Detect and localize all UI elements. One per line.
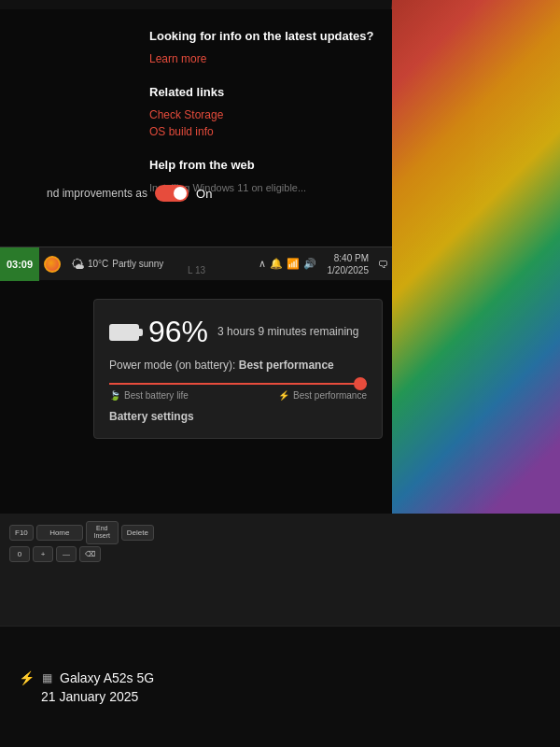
power-mode-value: Best performance — [239, 359, 334, 372]
key-end-insert[interactable]: EndInsert — [86, 521, 119, 544]
keyboard-area: F10 Home EndInsert Delete 0 + — ⌫ — [0, 514, 560, 626]
chevron-up-icon[interactable]: ∧ — [259, 258, 266, 270]
bolt-icon: ⚡ — [278, 390, 289, 401]
best-battery-label: Best battery life — [124, 390, 189, 401]
check-storage-link[interactable]: Check Storage — [149, 108, 392, 121]
system-tray: ∧ 🔔 📶 🔊 — [253, 258, 322, 270]
bluetooth-icon: ⚡ — [19, 670, 35, 685]
help-web-title: Help from the web — [149, 157, 392, 174]
notification-icon[interactable]: 🔔 — [270, 258, 283, 270]
battery-time-remaining: 3 hours 9 minutes remaining — [217, 324, 358, 340]
laptop-screen: Looking for info on the latest updates? … — [0, 9, 392, 514]
zune-icon — [44, 256, 61, 273]
start-button[interactable]: 03:09 — [0, 247, 39, 281]
network-icon[interactable]: 📶 — [287, 258, 300, 270]
slider-thumb[interactable] — [354, 377, 367, 390]
key-plus[interactable]: + — [33, 546, 53, 562]
power-mode-label: Power mode (on battery): — [109, 359, 235, 372]
slider-labels: 🍃 Best battery life ⚡ Best performance — [109, 390, 367, 401]
toggle-row: nd improvements as On — [47, 185, 212, 202]
key-backspace[interactable]: ⌫ — [79, 546, 101, 562]
laptop-model-label: L 13 — [188, 265, 205, 275]
clock-time: 8:40 PM — [328, 252, 370, 264]
key-home[interactable]: Home — [36, 525, 83, 541]
power-slider-container[interactable]: 🍃 Best battery life ⚡ Best performance — [109, 383, 367, 401]
volume-icon[interactable]: 🔊 — [303, 258, 316, 270]
phone-date: 21 January 2025 — [19, 689, 541, 704]
fabric-decoration — [373, 0, 560, 514]
battery-icon — [109, 324, 139, 341]
key-minus[interactable]: — — [56, 546, 77, 562]
toggle-knob — [174, 187, 187, 200]
slider-label-right: ⚡ Best performance — [278, 390, 367, 401]
phone-status-bar: ⚡ ▦ Galaxy A52s 5G 21 January 2025 — [0, 626, 560, 747]
slider-label-left: 🍃 Best battery life — [109, 390, 189, 401]
battery-percentage: 96% — [148, 315, 208, 349]
key-f10[interactable]: F10 — [9, 525, 34, 541]
clock-date: 1/20/2025 — [328, 264, 370, 276]
keyboard-row-1: F10 Home EndInsert Delete — [9, 521, 551, 544]
toggle-label: nd improvements as — [47, 187, 147, 200]
battery-header: 96% 3 hours 9 minutes remaining — [109, 315, 367, 349]
action-center-button[interactable]: 🗨 — [374, 259, 392, 270]
power-mode-text: Power mode (on battery): Best performanc… — [109, 359, 367, 372]
os-build-info-link[interactable]: OS build info — [149, 125, 392, 138]
key-delete[interactable]: Delete — [121, 525, 154, 541]
related-links-title: Related links — [149, 84, 392, 101]
updates-title: Looking for info on the latest updates? — [149, 28, 392, 45]
zune-button[interactable] — [39, 247, 65, 281]
improvements-toggle[interactable] — [155, 185, 189, 202]
weather-widget[interactable]: 🌤 10°C Partly sunny — [65, 257, 169, 272]
battery-settings-link[interactable]: Battery settings — [109, 410, 367, 423]
related-links-section: Related links Check Storage OS build inf… — [149, 84, 392, 138]
sim-card-icon: ▦ — [42, 671, 52, 684]
updates-section: Looking for info on the latest updates? … — [149, 28, 392, 65]
weather-icon: 🌤 — [71, 257, 84, 272]
learn-more-link[interactable]: Learn more — [149, 52, 392, 65]
keyboard-row-2: 0 + — ⌫ — [9, 546, 551, 562]
best-performance-label: Best performance — [293, 390, 367, 401]
phone-header: ⚡ ▦ Galaxy A52s 5G — [19, 670, 541, 685]
battery-popup: 96% 3 hours 9 minutes remaining Power mo… — [93, 299, 383, 439]
slider-fill — [109, 383, 367, 385]
battery-leaf-icon: 🍃 — [109, 390, 120, 401]
weather-desc: Partly sunny — [112, 259, 163, 269]
toggle-state: On — [196, 187, 212, 201]
key-0[interactable]: 0 — [9, 546, 30, 562]
system-clock[interactable]: 8:40 PM 1/20/2025 — [322, 252, 375, 276]
slider-track — [109, 383, 367, 385]
phone-device-name: Galaxy A52s 5G — [60, 670, 154, 685]
weather-temp: 10°C — [88, 259, 108, 269]
